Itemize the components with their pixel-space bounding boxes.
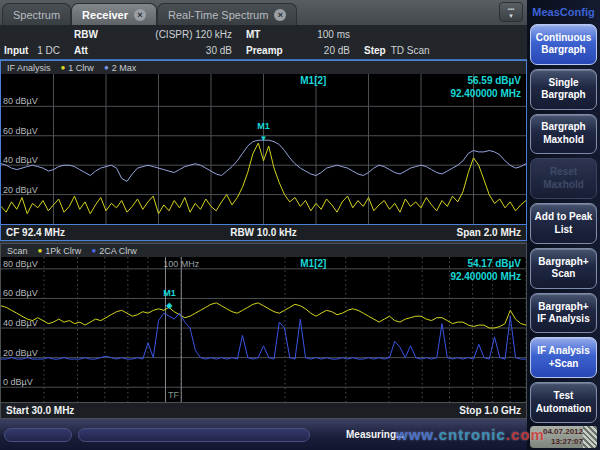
start-frequency[interactable]: Start 30.0 MHz [6,405,74,416]
trace2-dot-icon: ● [104,63,109,72]
watermark: www.cntronic.com [396,426,545,443]
marker-readout: 56.59 dBµV 92.400000 MHz [450,75,521,100]
chevron-down-icon: ▼ [500,13,522,20]
span-readout[interactable]: Span 2.0 MHz [457,227,521,238]
window-title: IF Analysis [7,63,51,73]
softkey-if-analysis-scan[interactable]: IF Analysis +Scan [530,337,597,378]
softkey-reset-maxhold[interactable]: Reset Maxhold [530,158,597,199]
svg-text:20 dBµV: 20 dBµV [3,348,38,358]
close-icon[interactable]: × [274,9,286,21]
tab-label: Receiver [82,9,128,21]
rbw-readout: RBW 10.0 kHz [1,227,526,238]
svg-text:80 dBµV: 80 dBµV [3,96,38,106]
scan-header: Scan ● 1Pk Clrw ● 2CA Clrw [1,244,526,257]
if-analysis-header: IF Analysis ● 1 Clrw ● 2 Max [1,61,526,74]
svg-text:80 dBµV: 80 dBµV [3,259,38,269]
scan-plot[interactable]: 0 dBµV20 dBµV40 dBµV60 dBµV80 dBµV100 MH… [1,257,526,402]
svg-text:▼: ▼ [260,134,268,143]
input-setting[interactable]: Input 1 DC [4,45,74,56]
instrument-screen: Spectrum Receiver × Real-Time Spectrum ×… [0,0,600,450]
stop-frequency[interactable]: Stop 1.0 GHz [459,405,521,416]
softkey-bargraph-scan[interactable]: Bargraph+ Scan [530,248,597,289]
tab-realtime-spectrum[interactable]: Real-Time Spectrum × [157,3,297,25]
scan-window: Scan ● 1Pk Clrw ● 2CA Clrw 0 dBµV20 dBµV… [0,243,527,419]
settings-bar: RBW (CISPR) 120 kHz MT 100 ms Input 1 DC… [0,25,527,60]
tab-spectrum[interactable]: Spectrum [2,3,71,25]
tab-receiver[interactable]: Receiver × [71,3,157,25]
svg-text:40 dBµV: 40 dBµV [3,155,38,165]
svg-text:60 dBµV: 60 dBµV [3,288,38,298]
softkey-bargraph-if-analysis[interactable]: Bargraph+ IF Analysis [530,293,597,334]
if-analysis-chart: 20 dBµV40 dBµV60 dBµV80 dBµVM1▼ [1,74,526,224]
if-analysis-footer: CF 92.4 MHz RBW 10.0 kHz Span 2.0 MHz [1,224,526,240]
trace1-dot-icon: ● [61,63,66,72]
trace2-dot-icon: ● [91,246,96,255]
softkey-bargraph-maxhold[interactable]: Bargraph Maxhold [530,114,597,155]
svg-text:◆: ◆ [166,301,173,310]
svg-text:60 dBµV: 60 dBµV [3,126,38,136]
trace2-legend[interactable]: ● 2 Max [104,63,136,73]
marker-label: M1[2] [300,75,326,86]
window-title: Scan [7,246,28,256]
window-menu-button[interactable]: ▪▪▪ ▼ [499,2,523,22]
softkey-test-automation[interactable]: Test Automation [530,382,597,423]
att-setting[interactable]: Att 30 dB [74,45,246,56]
preamp-setting[interactable]: Preamp 20 dB [246,45,364,56]
if-analysis-plot[interactable]: 20 dBµV40 dBµV60 dBµV80 dBµVM1▼ M1[2] 56… [1,74,526,224]
rbw-setting[interactable]: RBW (CISPR) 120 kHz [74,29,246,40]
svg-text:20 dBµV: 20 dBµV [3,185,38,195]
mt-setting[interactable]: MT 100 ms [246,29,364,40]
marker-readout: 54.17 dBµV 92.400000 MHz [450,258,521,283]
svg-text:40 dBµV: 40 dBµV [3,318,38,328]
trace1-legend[interactable]: ● 1 Clrw [61,63,94,73]
status-field-2[interactable] [78,428,310,442]
step-setting[interactable]: Step TD Scan [364,45,527,56]
svg-text:TF: TF [168,390,179,400]
tab-label: Real-Time Spectrum [168,9,268,21]
softkey-continuous-bargraph[interactable]: Continuous Bargraph [530,24,597,65]
trace1-dot-icon: ● [38,246,43,255]
tab-label: Spectrum [13,9,60,21]
svg-text:0 dBµV: 0 dBµV [3,377,33,387]
softkey-buttons: Continuous BargraphSingle BargraphBargra… [530,24,597,423]
softkey-sidebar: MeasConfig Continuous BargraphSingle Bar… [527,0,600,450]
svg-text:M1: M1 [257,121,270,131]
scan-chart: 0 dBµV20 dBµV40 dBµV60 dBµV80 dBµV100 MH… [1,257,526,402]
resize-corner-icon [583,426,597,448]
trace2-legend[interactable]: ● 2CA Clrw [91,246,136,256]
trace1-legend[interactable]: ● 1Pk Clrw [38,246,82,256]
if-analysis-window: IF Analysis ● 1 Clrw ● 2 Max 20 dBµV40 d… [0,60,527,241]
close-icon[interactable]: × [134,9,146,21]
softkey-menu-title: MeasConfig [530,0,597,24]
menu-dots-icon: ▪▪▪ [500,6,522,13]
softkey-add-to-peak-list[interactable]: Add to Peak List [530,203,597,244]
softkey-single-bargraph[interactable]: Single Bargraph [530,69,597,110]
main-area: Spectrum Receiver × Real-Time Spectrum ×… [0,0,527,450]
status-field-1[interactable] [4,428,72,442]
svg-text:100 MHz: 100 MHz [163,259,200,269]
marker-label: M1[2] [300,258,326,269]
scan-footer: Start 30.0 MHz Stop 1.0 GHz [1,402,526,418]
svg-text:M1: M1 [163,288,176,298]
tab-bar: Spectrum Receiver × Real-Time Spectrum ×… [0,0,527,25]
